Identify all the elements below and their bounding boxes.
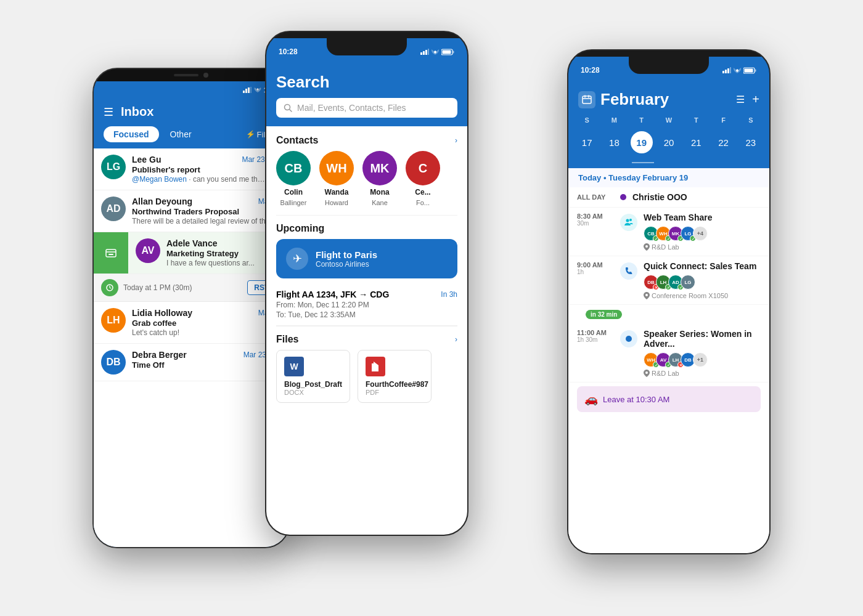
add-event-icon[interactable]: + — [752, 92, 759, 107]
contact-item[interactable]: MK Mona Kane — [362, 151, 397, 206]
email-subject: Northwind Traders Proposal — [132, 207, 281, 216]
cal-date-19-today[interactable]: 19 — [631, 131, 653, 153]
email-item[interactable]: AV Adele Vance Marketing Strategy I have… — [94, 232, 288, 274]
contact-company: Kane — [372, 199, 388, 206]
event-duration: 1h — [577, 269, 614, 275]
today-label: Today • Tuesday February 19 — [568, 168, 769, 187]
avatar: AV — [136, 238, 160, 263]
contact-name: Mona — [370, 188, 389, 197]
svg-rect-4 — [106, 249, 116, 257]
reminder-item: Today at 1 PM (30m) RSVP — [94, 274, 288, 302]
files-chevron[interactable]: › — [455, 335, 457, 344]
phone-inbox: 10:28 ☰ Inbox Focused Other ⚡ Filters — [92, 68, 290, 548]
email-item[interactable]: AD Allan Deyoung Mar 23 Northwind Trader… — [94, 190, 288, 232]
svg-rect-17 — [722, 71, 724, 73]
svg-rect-9 — [423, 51, 425, 55]
cal-event[interactable]: 8:30 AM 30m Web Team Share — [568, 208, 769, 256]
event-dot-icon — [620, 330, 637, 347]
email-item[interactable]: LG Lee Gu Mar 23 Publisher's report @Meg… — [94, 148, 288, 190]
avatar: AD — [101, 197, 126, 221]
center-status-time: 10:28 — [279, 47, 298, 56]
extra-count: +1 — [693, 352, 708, 367]
hamburger-icon[interactable]: ☰ — [104, 105, 113, 119]
contact-item[interactable]: C Ce... Fo... — [406, 151, 440, 206]
event-duration: 30m — [577, 220, 614, 227]
event-time: 9:00 AM — [577, 261, 614, 269]
email-item[interactable]: LH Lidia Holloway Mar 23 Grab coffee Let… — [94, 302, 288, 344]
svg-marker-2 — [248, 87, 250, 93]
cal-event[interactable]: 9:00 AM 1h Quick Connect: Sales Team DB — [568, 256, 769, 305]
flight-route: Flight AA 1234, JFK → CDG — [276, 290, 389, 299]
phones-container: 10:28 ☰ Inbox Focused Other ⚡ Filters — [92, 31, 771, 585]
contact-avatar: WH — [319, 151, 354, 185]
cal-date-22[interactable]: 22 — [713, 131, 735, 153]
date-indicator — [568, 161, 769, 168]
other-tab[interactable]: Other — [165, 126, 197, 142]
event-avatars: WH ✓ AV ✓ LH ✕ — [644, 352, 761, 367]
contact-item[interactable]: WH Wanda Howard — [319, 151, 354, 206]
cal-date-18[interactable]: 18 — [603, 131, 625, 153]
cal-date-23[interactable]: 23 — [740, 131, 762, 153]
allday-dot — [620, 194, 626, 200]
cal-event[interactable]: 11:00 AM 1h 30m Speaker Series: Women in… — [568, 324, 769, 383]
email-preview: There will be a detailed legal review of… — [132, 217, 281, 225]
calendar-weekdays: S M T W T F S — [568, 116, 769, 129]
avatar: LG — [101, 155, 126, 179]
svg-rect-11 — [428, 49, 429, 55]
svg-rect-23 — [755, 69, 756, 71]
file-card[interactable]: W Blog_Post_Draft DOCX — [276, 350, 350, 403]
contact-avatar: MK — [362, 151, 397, 185]
email-sender: Lidia Holloway — [132, 308, 192, 318]
svg-rect-18 — [725, 70, 727, 73]
event-location: R&D Lab — [644, 370, 761, 377]
cal-date-21[interactable]: 21 — [685, 131, 707, 153]
event-title: Christie OOO — [632, 192, 687, 202]
cal-date-17[interactable]: 17 — [576, 131, 598, 153]
email-item[interactable]: DB Debra Berger Mar 23 Time Off ⚑ — [94, 344, 288, 381]
contact-item[interactable]: CB Colin Ballinger — [276, 151, 311, 206]
email-preview: Let's catch up! — [132, 328, 281, 337]
event-title: Speaker Series: Women in Adver... — [644, 329, 761, 349]
flight-detail[interactable]: Flight AA 1234, JFK → CDG In 3h From: Mo… — [276, 283, 457, 326]
file-card[interactable]: FourthCoffee#987 PDF — [358, 350, 432, 403]
svg-marker-1 — [245, 89, 247, 93]
contact-name: Wanda — [325, 188, 349, 197]
contacts-row: CB Colin Ballinger WH Wanda Howard MK Mo… — [266, 151, 467, 215]
flight-card[interactable]: ✈ Flight to Paris Contoso Airlines — [276, 239, 457, 278]
bolt-icon: ⚡ — [246, 130, 255, 139]
leave-banner: 🚗 Leave at 10:30 AM — [577, 386, 761, 412]
teams-icon — [620, 214, 637, 231]
event-location: R&D Lab — [644, 243, 761, 251]
extra-count: +4 — [693, 226, 708, 241]
svg-point-28 — [626, 219, 629, 222]
svg-rect-10 — [425, 50, 427, 55]
email-list: LG Lee Gu Mar 23 Publisher's report @Meg… — [94, 148, 288, 548]
inbox-tabs: Focused Other ⚡ Filters — [94, 126, 288, 148]
flight-name: Flight to Paris — [316, 249, 377, 260]
pdf-icon — [366, 357, 385, 376]
flight-from: From: Mon, Dec 11 2:20 PM — [276, 301, 457, 309]
calendar-logo — [578, 91, 595, 108]
email-sender: Adele Vance — [166, 238, 218, 248]
cal-date-20[interactable]: 20 — [658, 131, 680, 153]
search-bar[interactable]: Mail, Events, Contacts, Files — [276, 98, 457, 118]
contact-avatar: C — [406, 151, 440, 185]
event-avatars: CB ✓ WH ✓ MK ✓ — [644, 226, 761, 241]
flight-time: In 3h — [441, 290, 457, 299]
allday-event[interactable]: ALL DAY Christie OOO — [568, 187, 769, 208]
contacts-chevron[interactable]: › — [455, 136, 457, 145]
list-view-icon[interactable]: ☰ — [736, 94, 745, 105]
avatar: LH — [101, 308, 126, 333]
svg-rect-6 — [108, 254, 113, 255]
event-location: Conference Room X1050 — [644, 292, 761, 299]
phone-calendar: 10:28 — [567, 49, 771, 554]
focused-tab[interactable]: Focused — [104, 126, 159, 142]
contact-avatar: CB — [276, 151, 311, 185]
search-title: Search — [276, 73, 457, 92]
mini-avatar: LG — [681, 275, 695, 290]
svg-rect-19 — [727, 68, 729, 73]
email-sender: Lee Gu — [132, 155, 161, 164]
contact-company: Ballinger — [280, 199, 307, 206]
inbox-header: ☰ Inbox — [94, 99, 288, 126]
car-icon: 🚗 — [584, 392, 598, 406]
